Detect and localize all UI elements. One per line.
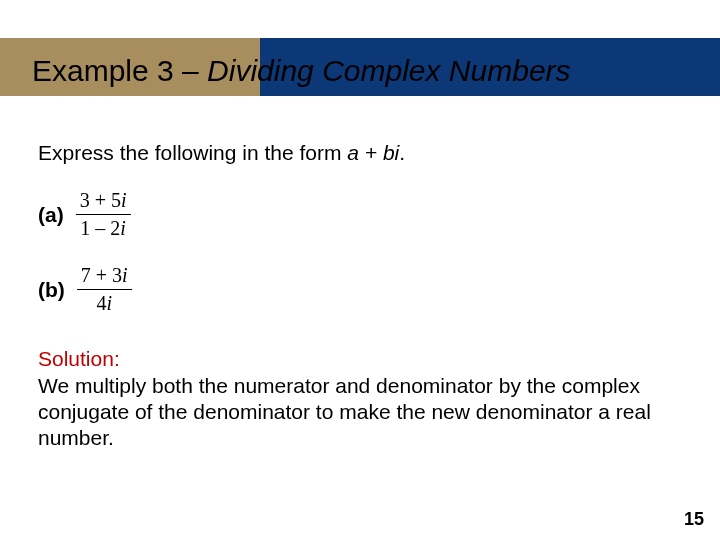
title-topic: Dividing Complex Numbers [207,54,570,87]
part-b-numerator: 7 + 3i [77,263,132,290]
part-a: (a) 3 + 5i 1 – 2i [38,188,682,241]
solution-heading: Solution: [38,346,682,372]
part-b-label: (b) [38,277,65,303]
instruction-pre: Express the following in the form [38,141,347,164]
instruction-post: . [399,141,405,164]
part-a-fraction: 3 + 5i 1 – 2i [76,188,131,241]
part-b-fraction: 7 + 3i 4i [77,263,132,316]
part-b: (b) 7 + 3i 4i [38,263,682,316]
part-b-denominator: 4i [77,290,132,316]
instruction-expr: a + bi [347,141,399,164]
slide-body: Express the following in the form a + bi… [38,140,682,451]
slide: Example 3 – Dividing Complex Numbers Exp… [0,0,720,540]
part-a-label: (a) [38,202,64,228]
title-prefix: Example 3 – [32,54,207,87]
part-a-denominator: 1 – 2i [76,215,131,241]
part-a-numerator: 3 + 5i [76,188,131,215]
slide-header: Example 3 – Dividing Complex Numbers [0,0,720,72]
page-number: 15 [684,509,704,530]
instruction: Express the following in the form a + bi… [38,140,682,166]
solution-block: Solution: We multiply both the numerator… [38,346,682,451]
slide-title: Example 3 – Dividing Complex Numbers [32,54,571,88]
solution-text: We multiply both the numerator and denom… [38,373,682,452]
